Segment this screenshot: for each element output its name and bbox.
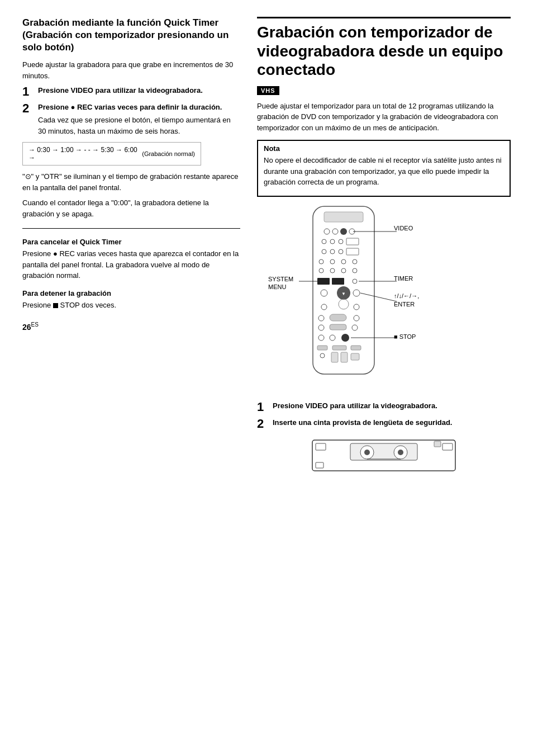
right-step-1: 1 Presione VIDEO para utilizar la videog… [257,401,511,413]
svg-rect-36 [330,324,346,330]
svg-rect-13 [346,248,359,255]
svg-rect-54 [316,443,326,450]
step-1-text: Presione VIDEO para utilizar la videogra… [38,86,203,94]
right-step-1-num: 1 [257,401,268,413]
right-main-title: Grabación con temporizador de videograba… [257,17,511,79]
right-step-2-text: Inserte una cinta provista de lengüeta d… [273,418,452,427]
svg-text:▼: ▼ [341,291,346,296]
step-2-subtext: Cada vez que se presione el botón, el ti… [38,115,240,136]
step-2-text: Presione ● REC varias veces para definir… [38,103,222,111]
cancel-title: Para cancelar el Quick Timer [22,238,240,246]
cancel-text: Presione ● REC varias veces hasta que ap… [22,248,240,281]
remote-diagram-container: ▼ [268,204,441,395]
svg-rect-33 [330,314,346,321]
svg-point-40 [341,334,349,342]
svg-rect-42 [332,346,346,350]
stop-title: Para detener la grabación [22,289,240,297]
svg-rect-41 [317,346,327,350]
svg-rect-22 [317,278,330,285]
cassette-svg [311,436,456,476]
timer-label: TIMER [394,275,413,282]
enter-label: ↑/↓/←/→,ENTER [394,292,419,309]
svg-rect-1 [324,212,363,222]
counter-text: Cuando el contador llega a "0:00", la gr… [22,197,240,219]
stop-text: Presione STOP dos veces. [22,300,240,311]
timer-sequence: → 0:30 → 1:00 → - - → 5:30 → 6:00 → [28,146,140,162]
left-step-2: 2 Presione ● REC varias veces para defin… [22,102,240,136]
system-menu-label: SYSTEMMENU [268,275,293,291]
right-column: Grabación con temporizador de videograba… [257,17,511,481]
cassette-diagram [311,436,456,476]
right-step-1-text: Presione VIDEO para utilizar la videogra… [273,401,437,410]
right-intro: Puede ajustar el temporizador para un to… [257,101,511,134]
divider [22,228,240,229]
svg-point-4 [340,228,347,235]
left-intro: Puede ajustar la grabadora para que grab… [22,59,240,81]
timer-note: (Grabación normal) [142,150,195,158]
svg-rect-47 [351,353,359,360]
vhs-badge: VHS [257,86,279,95]
nota-box: Nota No opere el decodificador de cable … [257,140,511,197]
stop-square-icon [53,303,58,308]
stop-label: ■ STOP [394,333,416,340]
left-main-title: Grabación mediante la función Quick Time… [22,17,240,54]
svg-rect-46 [341,352,348,362]
svg-rect-9 [346,238,359,245]
svg-point-57 [364,450,370,455]
svg-rect-62 [316,462,323,468]
page-number: 26ES [22,322,240,332]
svg-rect-61 [434,441,441,447]
left-column: Grabación mediante la función Quick Time… [22,17,240,481]
step-1-num: 1 [22,86,34,98]
indicator-text: "⊙" y "OTR" se iluminan y el tiempo de g… [22,171,240,193]
video-label: VIDEO [394,225,413,231]
left-step-1: 1 Presione VIDEO para utilizar la videog… [22,86,240,98]
svg-point-59 [398,450,403,455]
svg-rect-63 [442,443,453,450]
nota-title: Nota [264,144,504,153]
right-step-2-num: 2 [257,418,268,430]
nota-text: No opere el decodificador de cable ni el… [264,155,504,188]
step-2-num: 2 [22,102,34,115]
svg-rect-43 [351,346,361,350]
svg-rect-45 [331,352,338,362]
right-step-2: 2 Inserte una cinta provista de lengüeta… [257,418,511,430]
svg-rect-23 [332,278,344,285]
timer-diagram: → 0:30 → 1:00 → - - → 5:30 → 6:00 → (Gra… [22,142,201,166]
